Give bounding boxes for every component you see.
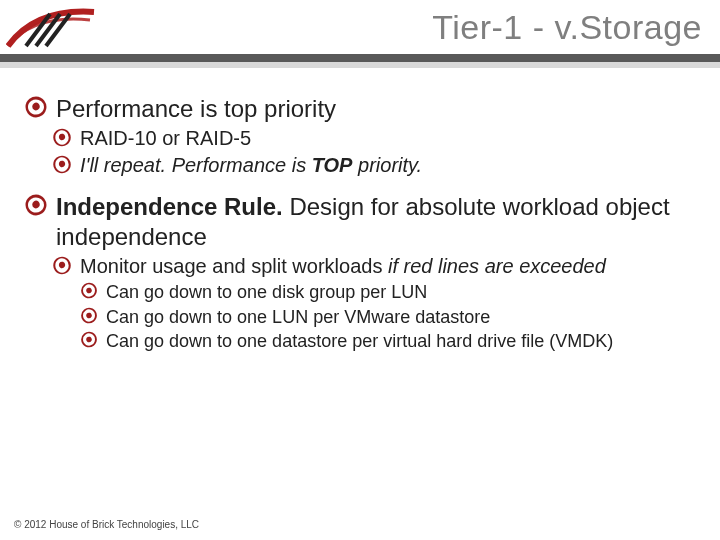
bullet-text: RAID-10 or RAID-5 <box>80 126 251 151</box>
bullet-l3: ⦿ Can go down to one datastore per virtu… <box>80 330 696 353</box>
text-segment: priority. <box>352 154 422 176</box>
bullet-icon: ⦿ <box>80 281 98 303</box>
bullet-text: Can go down to one datastore per virtual… <box>106 330 613 353</box>
text-segment: Monitor usage and split workloads <box>80 255 388 277</box>
bullet-text: I'll repeat. Performance is TOP priority… <box>80 153 422 178</box>
slide-title: Tier-1 - v.Storage <box>432 8 702 47</box>
bullet-icon: ⦿ <box>24 192 48 221</box>
text-segment: I'll repeat. Performance is <box>80 154 312 176</box>
bullet-icon: ⦿ <box>52 254 72 278</box>
slide-header: Tier-1 - v.Storage <box>0 0 720 78</box>
bullet-l2: ⦿ RAID-10 or RAID-5 <box>52 126 696 151</box>
bullet-icon: ⦿ <box>52 126 72 150</box>
bullet-icon: ⦿ <box>80 330 98 352</box>
bullet-icon: ⦿ <box>52 153 72 177</box>
footer-copyright: © 2012 House of Brick Technologies, LLC <box>14 519 199 530</box>
slide: Tier-1 - v.Storage ⦿ Performance is top … <box>0 0 720 540</box>
bullet-text: Performance is top priority <box>56 94 336 124</box>
bullet-l3: ⦿ Can go down to one disk group per LUN <box>80 281 696 304</box>
text-bold: TOP <box>312 154 353 176</box>
bullet-l3: ⦿ Can go down to one LUN per VMware data… <box>80 306 696 329</box>
logo <box>6 6 96 50</box>
header-bars <box>0 54 720 68</box>
bullet-l1: ⦿ Independence Rule. Design for absolute… <box>24 192 696 252</box>
bullet-icon: ⦿ <box>24 94 48 123</box>
bar-dark <box>0 54 720 62</box>
bullet-l2: ⦿ I'll repeat. Performance is TOP priori… <box>52 153 696 178</box>
text-italic: if red lines are exceeded <box>388 255 606 277</box>
bullet-l1: ⦿ Performance is top priority <box>24 94 696 124</box>
slide-content: ⦿ Performance is top priority ⦿ RAID-10 … <box>0 78 720 353</box>
bullet-text: Monitor usage and split workloads if red… <box>80 254 606 279</box>
bullet-l2: ⦿ Monitor usage and split workloads if r… <box>52 254 696 279</box>
text-bold: Independence Rule. <box>56 193 283 220</box>
bullet-icon: ⦿ <box>80 306 98 328</box>
bar-light <box>0 62 720 68</box>
bullet-text: Can go down to one disk group per LUN <box>106 281 427 304</box>
bullet-text: Can go down to one LUN per VMware datast… <box>106 306 490 329</box>
bullet-text: Independence Rule. Design for absolute w… <box>56 192 696 252</box>
